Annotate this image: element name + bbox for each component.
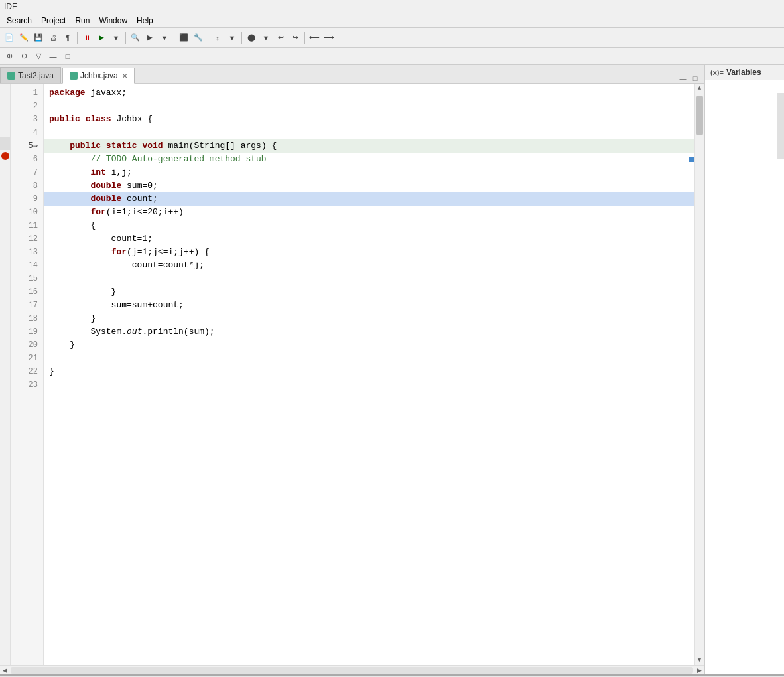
toolbar-btn-1[interactable]: 📄 (3, 31, 16, 44)
menu-help[interactable]: Help (133, 15, 157, 27)
toolbar2-btn-3[interactable]: ▽ (32, 50, 45, 63)
ln-6: 6 (11, 153, 43, 166)
toolbar-btn-14[interactable]: ▼ (259, 31, 273, 44)
toolbar-btn-2[interactable]: ✏️ (17, 31, 31, 44)
toolbar-btn-7[interactable]: ▶ (143, 31, 157, 44)
code-line-5: public static void main(String[] args) { (44, 139, 694, 153)
toolbar-btn-13[interactable]: ⬤ (245, 31, 258, 44)
toolbar2-btn-1[interactable]: ⊕ (3, 50, 16, 63)
token: javaxx; (86, 86, 127, 100)
toolbar-btn-16[interactable]: ↪ (289, 31, 302, 44)
code-line-12: count=1; (44, 232, 694, 246)
ln-17: 17 (11, 299, 43, 312)
token (49, 206, 90, 219)
menu-project[interactable]: Project (37, 15, 70, 27)
vscroll-up[interactable]: ▲ (695, 84, 704, 93)
toolbar-1: 📄 ✏️ 💾 🖨 ¶ ⏸ ▶ ▼ 🔍 ▶ ▼ ⬛ 🔧 ↕ ▼ ⬤ ▼ ↩ ↪ ⟵… (0, 28, 784, 48)
hscroll-bar[interactable] (11, 667, 693, 674)
code-line-8: double sum=0; (44, 179, 694, 192)
bp-gutter (0, 84, 11, 665)
gutter-9 (0, 190, 10, 203)
toolbar-btn-5[interactable]: ¶ (61, 31, 74, 44)
token: count; (121, 192, 158, 206)
token (101, 139, 106, 153)
toolbar-btn-18[interactable]: ⟶ (322, 31, 336, 44)
toolbar-btn-4[interactable]: 🖨 (46, 31, 60, 44)
gutter-4 (0, 123, 10, 137)
code-content[interactable]: package javaxx; public class Jchbx { pub… (44, 84, 694, 665)
tab-jchbx[interactable]: Jchbx.java ✕ (62, 68, 135, 84)
ln-9: 9 (11, 192, 43, 206)
menu-search[interactable]: Search (3, 15, 36, 27)
token: package (49, 86, 86, 100)
ln-4: 4 (11, 126, 43, 139)
vscroll-thumb[interactable] (696, 96, 703, 135)
ln-20: 20 (11, 338, 43, 352)
separator-4 (208, 32, 208, 44)
gutter-5 (0, 137, 10, 150)
ln-11: 11 (11, 219, 43, 232)
token (80, 113, 86, 126)
tab-bar: Tast2.java Jchbx.java ✕ — □ (0, 65, 704, 84)
tab-tast2[interactable]: Tast2.java (0, 67, 61, 83)
vscroll-down[interactable]: ▼ (695, 656, 704, 665)
menu-window[interactable]: Window (95, 15, 131, 27)
toolbar-debug-btn[interactable]: ⏸ (80, 31, 94, 44)
toolbar-btn-8[interactable]: ▼ (158, 31, 171, 44)
code-line-1: package javaxx; (44, 86, 694, 100)
gutter-1 (0, 84, 10, 97)
toolbar-run-drop[interactable]: ▼ (109, 31, 123, 44)
hscroll-left[interactable]: ◀ (0, 666, 9, 675)
token: sum=sum+count; (49, 299, 184, 312)
ln-16: 16 (11, 285, 43, 299)
token: double (90, 192, 121, 206)
toolbar2-btn-minimize[interactable]: — (46, 50, 60, 63)
vertical-scrollbar[interactable]: ▲ ▼ (694, 84, 704, 665)
token: int (90, 166, 105, 179)
token: } (49, 338, 75, 352)
tab-icon-jchbx (70, 72, 78, 80)
toolbar2-btn-maximize[interactable]: □ (61, 50, 74, 63)
debug-marker (689, 157, 694, 162)
separator-3 (174, 32, 174, 44)
editor-area: Tast2.java Jchbx.java ✕ — □ (0, 65, 704, 674)
token: class (86, 113, 111, 126)
tab-controls: — □ (675, 74, 704, 83)
ln-14: 14 (11, 259, 43, 272)
ln-2: 2 (11, 100, 43, 113)
code-line-13: for(j=1;j<=i;j++) { (44, 246, 694, 259)
toolbar-btn-9[interactable]: ⬛ (177, 31, 190, 44)
tab-label-jchbx: Jchbx.java (80, 71, 118, 80)
token: } (49, 285, 116, 299)
token (49, 246, 111, 259)
code-line-2 (44, 100, 694, 113)
toolbar-btn-12[interactable]: ▼ (226, 31, 239, 44)
toolbar-btn-11[interactable]: ↕ (211, 31, 224, 44)
ln-19: 19 (11, 325, 43, 338)
toolbar-run-btn[interactable]: ▶ (95, 31, 108, 44)
ln-23: 23 (11, 378, 43, 392)
tab-maximize-btn[interactable]: □ (690, 74, 700, 83)
right-vscroll[interactable] (777, 93, 784, 159)
token: Jchbx { (111, 113, 153, 126)
ln-5: 5⇒ (11, 139, 43, 153)
token (49, 139, 70, 153)
menu-run[interactable]: Run (71, 15, 94, 27)
toolbar2-btn-2[interactable]: ⊖ (17, 50, 31, 63)
ln-8: 8 (11, 179, 43, 192)
variables-label: Variables (726, 68, 761, 77)
gutter-6 (0, 150, 10, 163)
toolbar-btn-15[interactable]: ↩ (274, 31, 287, 44)
tab-minimize-btn[interactable]: — (679, 74, 688, 83)
toolbar-btn-10[interactable]: 🔧 (192, 31, 205, 44)
ln-21: 21 (11, 352, 43, 365)
toolbar-btn-6[interactable]: 🔍 (129, 31, 142, 44)
hscroll-right[interactable]: ▶ (694, 666, 704, 675)
right-panel: (x)= Variables (704, 65, 784, 674)
token: out (127, 325, 142, 338)
toolbar-btn-17[interactable]: ⟵ (308, 31, 321, 44)
token: { (49, 219, 96, 232)
toolbar-btn-3[interactable]: 💾 (32, 31, 45, 44)
tab-close-jchbx[interactable]: ✕ (122, 72, 127, 80)
token: for (90, 206, 105, 219)
